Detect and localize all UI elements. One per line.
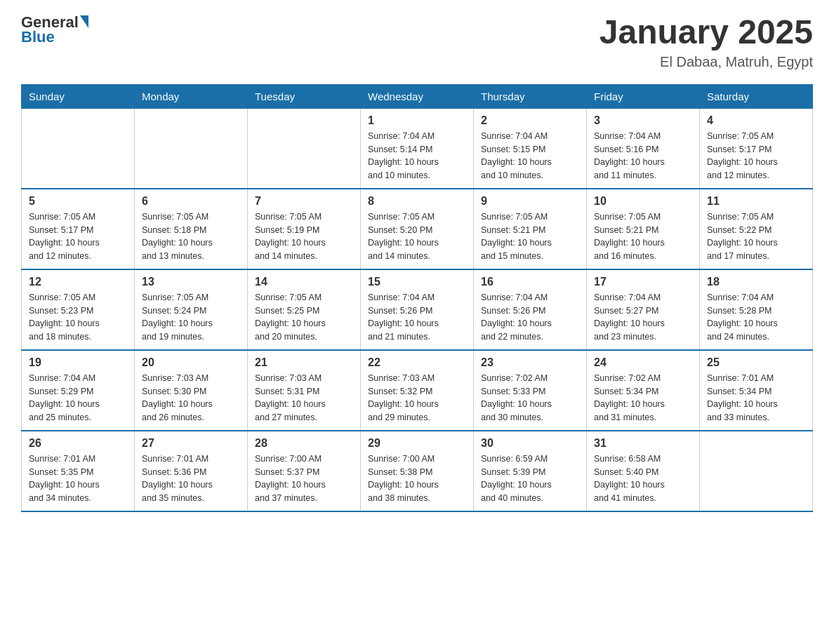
day-info: Sunrise: 7:05 AM Sunset: 5:22 PM Dayligh… bbox=[707, 210, 805, 263]
day-number: 19 bbox=[29, 356, 127, 369]
day-number: 7 bbox=[255, 195, 353, 208]
calendar-cell: 15Sunrise: 7:04 AM Sunset: 5:26 PM Dayli… bbox=[361, 269, 474, 350]
calendar-cell: 18Sunrise: 7:04 AM Sunset: 5:28 PM Dayli… bbox=[700, 269, 813, 350]
calendar-week-row: 26Sunrise: 7:01 AM Sunset: 5:35 PM Dayli… bbox=[22, 431, 813, 511]
day-number: 12 bbox=[29, 276, 127, 288]
calendar-cell: 30Sunrise: 6:59 AM Sunset: 5:39 PM Dayli… bbox=[474, 431, 587, 511]
calendar-cell: 4Sunrise: 7:05 AM Sunset: 5:17 PM Daylig… bbox=[700, 108, 813, 189]
day-info: Sunrise: 7:02 AM Sunset: 5:33 PM Dayligh… bbox=[481, 372, 579, 424]
calendar-cell: 27Sunrise: 7:01 AM Sunset: 5:36 PM Dayli… bbox=[135, 431, 248, 511]
day-info: Sunrise: 7:03 AM Sunset: 5:32 PM Dayligh… bbox=[368, 372, 466, 424]
calendar-cell bbox=[135, 108, 248, 189]
day-info: Sunrise: 7:01 AM Sunset: 5:34 PM Dayligh… bbox=[707, 372, 805, 424]
day-number: 24 bbox=[594, 356, 692, 369]
day-info: Sunrise: 7:04 AM Sunset: 5:28 PM Dayligh… bbox=[707, 291, 805, 344]
day-info: Sunrise: 7:04 AM Sunset: 5:15 PM Dayligh… bbox=[481, 130, 579, 182]
day-number: 18 bbox=[707, 276, 805, 288]
day-info: Sunrise: 6:59 AM Sunset: 5:39 PM Dayligh… bbox=[481, 452, 579, 505]
calendar-cell: 31Sunrise: 6:58 AM Sunset: 5:40 PM Dayli… bbox=[587, 431, 700, 511]
day-number: 1 bbox=[368, 114, 466, 127]
calendar-cell: 6Sunrise: 7:05 AM Sunset: 5:18 PM Daylig… bbox=[135, 189, 248, 269]
calendar-cell: 5Sunrise: 7:05 AM Sunset: 5:17 PM Daylig… bbox=[22, 189, 135, 269]
calendar-cell: 24Sunrise: 7:02 AM Sunset: 5:34 PM Dayli… bbox=[587, 350, 700, 431]
day-number: 31 bbox=[594, 437, 692, 450]
day-info: Sunrise: 7:02 AM Sunset: 5:34 PM Dayligh… bbox=[594, 372, 692, 424]
day-info: Sunrise: 7:03 AM Sunset: 5:30 PM Dayligh… bbox=[142, 372, 240, 424]
day-number: 6 bbox=[142, 195, 240, 208]
day-number: 30 bbox=[481, 437, 579, 450]
title-block: January 2025 El Dabaa, Matruh, Egypt bbox=[600, 14, 813, 70]
calendar-cell: 11Sunrise: 7:05 AM Sunset: 5:22 PM Dayli… bbox=[700, 189, 813, 269]
day-header-friday: Friday bbox=[587, 84, 700, 108]
day-info: Sunrise: 7:00 AM Sunset: 5:37 PM Dayligh… bbox=[255, 452, 353, 505]
day-info: Sunrise: 7:04 AM Sunset: 5:29 PM Dayligh… bbox=[29, 372, 127, 424]
calendar-cell: 8Sunrise: 7:05 AM Sunset: 5:20 PM Daylig… bbox=[361, 189, 474, 269]
day-number: 4 bbox=[707, 114, 805, 127]
day-info: Sunrise: 7:05 AM Sunset: 5:21 PM Dayligh… bbox=[481, 210, 579, 263]
day-info: Sunrise: 7:05 AM Sunset: 5:19 PM Dayligh… bbox=[255, 210, 353, 263]
calendar-cell: 14Sunrise: 7:05 AM Sunset: 5:25 PM Dayli… bbox=[248, 269, 361, 350]
calendar-cell: 17Sunrise: 7:04 AM Sunset: 5:27 PM Dayli… bbox=[587, 269, 700, 350]
calendar-week-row: 5Sunrise: 7:05 AM Sunset: 5:17 PM Daylig… bbox=[22, 189, 813, 269]
calendar-cell: 10Sunrise: 7:05 AM Sunset: 5:21 PM Dayli… bbox=[587, 189, 700, 269]
calendar-cell: 9Sunrise: 7:05 AM Sunset: 5:21 PM Daylig… bbox=[474, 189, 587, 269]
day-number: 2 bbox=[481, 114, 579, 127]
day-info: Sunrise: 7:04 AM Sunset: 5:16 PM Dayligh… bbox=[594, 130, 692, 182]
day-info: Sunrise: 7:04 AM Sunset: 5:14 PM Dayligh… bbox=[368, 130, 466, 182]
day-number: 5 bbox=[29, 195, 127, 208]
day-number: 10 bbox=[594, 195, 692, 208]
day-number: 15 bbox=[368, 276, 466, 288]
day-info: Sunrise: 7:05 AM Sunset: 5:20 PM Dayligh… bbox=[368, 210, 466, 263]
calendar-cell: 23Sunrise: 7:02 AM Sunset: 5:33 PM Dayli… bbox=[474, 350, 587, 431]
day-header-wednesday: Wednesday bbox=[361, 84, 474, 108]
day-info: Sunrise: 7:05 AM Sunset: 5:17 PM Dayligh… bbox=[29, 210, 127, 263]
calendar-cell: 22Sunrise: 7:03 AM Sunset: 5:32 PM Dayli… bbox=[361, 350, 474, 431]
day-header-saturday: Saturday bbox=[700, 84, 813, 108]
day-header-sunday: Sunday bbox=[22, 84, 135, 108]
day-info: Sunrise: 7:05 AM Sunset: 5:24 PM Dayligh… bbox=[142, 291, 240, 344]
calendar-cell: 7Sunrise: 7:05 AM Sunset: 5:19 PM Daylig… bbox=[248, 189, 361, 269]
day-header-tuesday: Tuesday bbox=[248, 84, 361, 108]
day-number: 22 bbox=[368, 356, 466, 369]
calendar-week-row: 19Sunrise: 7:04 AM Sunset: 5:29 PM Dayli… bbox=[22, 350, 813, 431]
day-info: Sunrise: 7:05 AM Sunset: 5:23 PM Dayligh… bbox=[29, 291, 127, 344]
calendar-title: January 2025 bbox=[600, 14, 813, 51]
calendar-cell bbox=[248, 108, 361, 189]
day-number: 11 bbox=[707, 195, 805, 208]
day-info: Sunrise: 7:04 AM Sunset: 5:26 PM Dayligh… bbox=[481, 291, 579, 344]
calendar-cell: 21Sunrise: 7:03 AM Sunset: 5:31 PM Dayli… bbox=[248, 350, 361, 431]
calendar-cell bbox=[700, 431, 813, 511]
day-info: Sunrise: 7:05 AM Sunset: 5:18 PM Dayligh… bbox=[142, 210, 240, 263]
day-info: Sunrise: 7:05 AM Sunset: 5:21 PM Dayligh… bbox=[594, 210, 692, 263]
calendar-cell: 29Sunrise: 7:00 AM Sunset: 5:38 PM Dayli… bbox=[361, 431, 474, 511]
page-header: General Blue January 2025 El Dabaa, Matr… bbox=[21, 14, 813, 70]
calendar-cell: 3Sunrise: 7:04 AM Sunset: 5:16 PM Daylig… bbox=[587, 108, 700, 189]
day-number: 25 bbox=[707, 356, 805, 369]
calendar-cell: 20Sunrise: 7:03 AM Sunset: 5:30 PM Dayli… bbox=[135, 350, 248, 431]
day-number: 3 bbox=[594, 114, 692, 127]
day-info: Sunrise: 7:01 AM Sunset: 5:36 PM Dayligh… bbox=[142, 452, 240, 505]
day-number: 26 bbox=[29, 437, 127, 450]
day-number: 14 bbox=[255, 276, 353, 288]
day-number: 29 bbox=[368, 437, 466, 450]
day-info: Sunrise: 7:05 AM Sunset: 5:25 PM Dayligh… bbox=[255, 291, 353, 344]
calendar-cell: 1Sunrise: 7:04 AM Sunset: 5:14 PM Daylig… bbox=[361, 108, 474, 189]
calendar-cell: 28Sunrise: 7:00 AM Sunset: 5:37 PM Dayli… bbox=[248, 431, 361, 511]
day-info: Sunrise: 7:03 AM Sunset: 5:31 PM Dayligh… bbox=[255, 372, 353, 424]
day-number: 21 bbox=[255, 356, 353, 369]
calendar-header-row: SundayMondayTuesdayWednesdayThursdayFrid… bbox=[22, 84, 813, 108]
day-number: 16 bbox=[481, 276, 579, 288]
day-info: Sunrise: 7:05 AM Sunset: 5:17 PM Dayligh… bbox=[707, 130, 805, 182]
calendar-cell: 19Sunrise: 7:04 AM Sunset: 5:29 PM Dayli… bbox=[22, 350, 135, 431]
day-info: Sunrise: 7:01 AM Sunset: 5:35 PM Dayligh… bbox=[29, 452, 127, 505]
logo: General Blue bbox=[21, 14, 88, 46]
logo-blue: Blue bbox=[21, 28, 88, 46]
calendar-week-row: 1Sunrise: 7:04 AM Sunset: 5:14 PM Daylig… bbox=[22, 108, 813, 189]
day-number: 28 bbox=[255, 437, 353, 450]
calendar-cell: 13Sunrise: 7:05 AM Sunset: 5:24 PM Dayli… bbox=[135, 269, 248, 350]
calendar-cell: 25Sunrise: 7:01 AM Sunset: 5:34 PM Dayli… bbox=[700, 350, 813, 431]
day-number: 23 bbox=[481, 356, 579, 369]
day-number: 20 bbox=[142, 356, 240, 369]
day-info: Sunrise: 6:58 AM Sunset: 5:40 PM Dayligh… bbox=[594, 452, 692, 505]
day-info: Sunrise: 7:04 AM Sunset: 5:26 PM Dayligh… bbox=[368, 291, 466, 344]
